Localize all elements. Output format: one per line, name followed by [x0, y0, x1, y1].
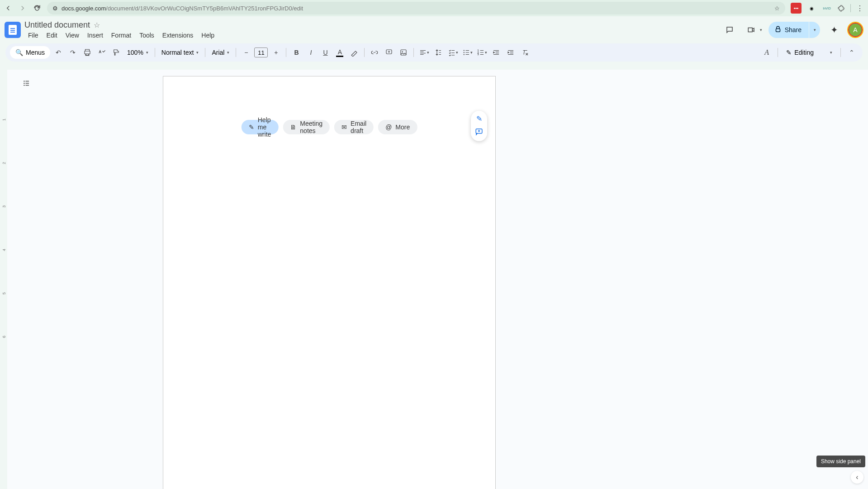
align-button[interactable]: ▾ — [417, 46, 430, 59]
url-host: docs.google.com — [62, 5, 106, 12]
svg-rect-2 — [401, 50, 406, 55]
lock-icon — [774, 25, 782, 35]
mode-label: Editing — [794, 49, 814, 56]
font-value: Arial — [212, 49, 224, 56]
zoom-select[interactable]: 100% ▾ — [124, 49, 151, 56]
formatting-toolbar: 🔍 Menus ↶ ↷ 100% ▾ Normal text ▾ Arial ▾… — [5, 43, 863, 62]
menu-bar: File Edit View Insert Format Tools Exten… — [24, 31, 218, 40]
underline-button[interactable]: U — [319, 46, 332, 59]
share-label: Share — [785, 26, 802, 33]
document-title[interactable]: Untitled document — [24, 20, 90, 30]
reload-button[interactable] — [33, 4, 42, 13]
svg-point-5 — [464, 52, 465, 53]
bold-button[interactable]: B — [290, 46, 303, 59]
meet-dropdown-icon[interactable]: ▾ — [760, 28, 762, 32]
menu-file[interactable]: File — [24, 31, 42, 40]
svg-point-4 — [464, 50, 465, 51]
mode-select[interactable]: ✎ Editing ▾ — [783, 49, 836, 56]
share-dropdown-icon[interactable]: ▾ — [809, 22, 820, 38]
menu-extensions[interactable]: Extensions — [159, 31, 197, 40]
extension-1-icon[interactable]: ••• — [791, 3, 802, 14]
chevron-down-icon: ▾ — [146, 50, 148, 55]
account-avatar[interactable]: A — [848, 23, 863, 37]
zoom-value: 100% — [127, 49, 143, 56]
chevron-down-icon: ▾ — [196, 50, 199, 55]
browser-toolbar: ⚙ docs.google.com/document/d/18VKovOrWuC… — [0, 0, 868, 16]
menu-help[interactable]: Help — [198, 31, 218, 40]
url-path: /document/d/18VKovOrWuCOigNSmTY5pB6mVAhl… — [106, 5, 303, 12]
svg-point-3 — [402, 51, 403, 52]
paint-format-button[interactable] — [110, 46, 123, 59]
undo-button[interactable]: ↶ — [52, 46, 65, 59]
dictate-button[interactable]: A — [760, 46, 773, 59]
star-document-icon[interactable]: ☆ — [94, 21, 100, 29]
paragraph-style-select[interactable]: Normal text ▾ — [159, 49, 202, 56]
line-spacing-button[interactable] — [432, 46, 445, 59]
extension-icons: ••• ◉ InVID ⋮ — [791, 3, 864, 14]
decrease-indent-button[interactable] — [490, 46, 503, 59]
chevron-down-icon: ▾ — [830, 50, 832, 55]
font-size-input[interactable]: 11 — [254, 47, 268, 57]
collapse-toolbar-button[interactable]: ⌃ — [845, 46, 858, 59]
menu-tools[interactable]: Tools — [136, 31, 158, 40]
app-header: Untitled document ☆ File Edit View Inser… — [0, 16, 868, 43]
chrome-menu-icon[interactable]: ⋮ — [855, 4, 864, 13]
site-info-icon[interactable]: ⚙ — [52, 5, 58, 12]
extension-2-icon[interactable]: ◉ — [806, 3, 817, 14]
menu-edit[interactable]: Edit — [43, 31, 61, 40]
svg-rect-0 — [776, 28, 780, 32]
forward-button[interactable] — [18, 4, 27, 13]
add-comment-button[interactable] — [383, 46, 395, 59]
redo-button[interactable]: ↷ — [66, 46, 79, 59]
menus-label: Menus — [26, 49, 45, 56]
video-icon — [744, 22, 759, 38]
bulleted-list-button[interactable]: ▾ — [461, 46, 474, 59]
text-color-button[interactable]: A — [333, 46, 346, 59]
extensions-menu-icon[interactable] — [837, 4, 846, 13]
checklist-button[interactable]: ▾ — [446, 46, 459, 59]
increase-indent-button[interactable] — [504, 46, 517, 59]
docs-logo-icon[interactable] — [5, 22, 21, 38]
search-menus-button[interactable]: 🔍 Menus — [10, 46, 50, 59]
decrease-font-size-button[interactable]: − — [240, 46, 252, 59]
style-value: Normal text — [161, 49, 194, 56]
highlight-color-button[interactable] — [348, 46, 360, 59]
bookmark-star-icon[interactable]: ☆ — [774, 5, 780, 12]
address-bar[interactable]: ⚙ docs.google.com/document/d/18VKovOrWuC… — [47, 2, 785, 14]
numbered-list-button[interactable]: 123▾ — [475, 46, 488, 59]
share-button[interactable]: Share — [768, 22, 809, 38]
insert-image-button[interactable] — [397, 46, 410, 59]
increase-font-size-button[interactable]: + — [270, 46, 282, 59]
back-button[interactable] — [4, 4, 13, 13]
meet-button[interactable]: ▾ — [744, 22, 762, 38]
menu-insert[interactable]: Insert — [84, 31, 107, 40]
chevron-down-icon: ▾ — [227, 50, 229, 55]
font-family-select[interactable]: Arial ▾ — [209, 49, 232, 56]
svg-point-6 — [464, 54, 465, 55]
search-icon: 🔍 — [15, 49, 23, 56]
pencil-icon: ✎ — [786, 49, 792, 56]
clear-formatting-button[interactable] — [519, 46, 531, 59]
svg-text:3: 3 — [477, 53, 479, 56]
insert-link-button[interactable] — [368, 46, 381, 59]
spellcheck-button[interactable] — [95, 46, 108, 59]
extension-3-icon[interactable]: InVID — [821, 3, 832, 14]
italic-button[interactable]: I — [304, 46, 317, 59]
menu-view[interactable]: View — [62, 31, 83, 40]
gemini-icon[interactable]: ✦ — [826, 22, 842, 38]
print-button[interactable] — [81, 46, 94, 59]
menu-format[interactable]: Format — [108, 31, 135, 40]
comments-history-icon[interactable] — [722, 22, 737, 38]
